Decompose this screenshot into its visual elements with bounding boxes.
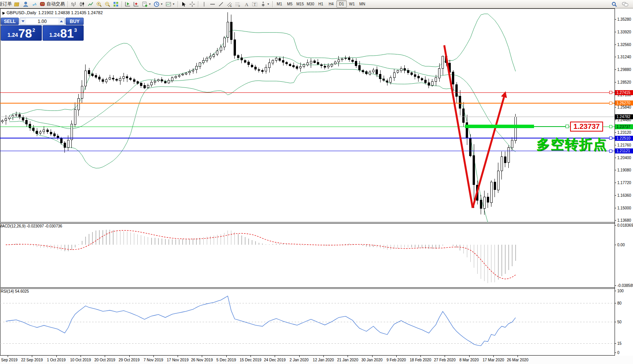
symbol-name: GBPUSD-,Daily [7, 10, 36, 15]
vertical-line-icon[interactable] [200, 0, 208, 8]
svg-text:A: A [245, 2, 249, 7]
horizontal-line-icon[interactable] [208, 0, 217, 8]
line-chart-icon[interactable] [86, 0, 95, 8]
channel-icon[interactable]: E [225, 0, 234, 8]
date-tick [81, 356, 81, 357]
indicator-window-icon[interactable] [124, 0, 132, 8]
price-tick-label: 1.20400 [617, 156, 631, 160]
price-tick-label: 1.16360 [617, 193, 631, 198]
date-tick [153, 356, 154, 357]
text-icon[interactable]: A [242, 0, 251, 8]
date-tick [251, 356, 251, 357]
volume-decrease-button[interactable] [20, 18, 26, 25]
macd-indicator-label: MACD(12,26,9) -0.023097 -0.030736 [0, 224, 62, 228]
timeframe-h4[interactable]: H4 [326, 0, 336, 8]
date-tick [445, 356, 445, 357]
signals-icon[interactable] [30, 0, 38, 8]
sell-price-pip: 2 [32, 27, 35, 33]
price-tick-label: 1.33920 [617, 30, 631, 34]
date-tick [129, 356, 130, 357]
buy-price-tile[interactable]: 1.24 81 3 [43, 25, 84, 41]
tile-windows-icon[interactable] [112, 0, 120, 8]
date-tick [275, 356, 275, 357]
buy-price-prefix: 1.24 [49, 32, 59, 38]
sell-price-big: 78 [18, 28, 32, 39]
svg-text:1.27415: 1.27415 [617, 91, 631, 95]
svg-text:F: F [239, 5, 240, 7]
timeframe-w1[interactable]: W1 [347, 0, 357, 8]
timeframe-m1[interactable]: M1 [274, 0, 285, 8]
volume-increase-button[interactable] [58, 18, 64, 25]
rsi-tick-label: 15 [617, 341, 622, 346]
zoom-out-icon[interactable] [103, 0, 112, 8]
price-tick-label: 1.31240 [617, 55, 631, 59]
buy-button[interactable]: BUY [66, 18, 84, 25]
toolbar-separator [198, 1, 198, 7]
price-tick-label: 1.17720 [617, 181, 631, 185]
svg-text:1.22510: 1.22510 [617, 136, 631, 140]
date-tick [105, 356, 105, 357]
buy-price-big: 81 [60, 28, 74, 39]
macd-axis: 0.0183690.00-0.038585 [615, 223, 633, 288]
search-icon[interactable] [610, 0, 618, 8]
bar-chart-icon[interactable] [69, 0, 78, 8]
new-order-button[interactable]: 新订单 [1, 0, 13, 8]
svg-text:T: T [254, 2, 256, 7]
timeframe-m30[interactable]: M30 [305, 0, 316, 8]
date-axis[interactable]: 2 Sep 201922 Sep 20191 Oct 201910 Oct 20… [0, 356, 633, 364]
rsi-tick-label: 80 [617, 301, 622, 305]
triangle-down-icon [21, 20, 25, 22]
date-tick [202, 356, 202, 357]
arrows-icon[interactable]: ▼ [259, 0, 271, 8]
date-tick [56, 356, 57, 357]
macd-tick-label: 0.018369 [617, 223, 633, 227]
timeframe-mn[interactable]: MN [357, 0, 368, 8]
rsi-axis: 1008050150 [615, 289, 624, 355]
pane-frame [0, 9, 615, 222]
one-click-trade-panel: SELL 1.00 BUY 1.24 78 2 1.24 81 3 [1, 18, 84, 41]
text-label-icon[interactable]: T [251, 0, 259, 8]
rsi-tick-label: 0 [617, 351, 620, 355]
level-price-badge: 1.23737 [615, 124, 633, 129]
price-tick-label: 1.28520 [617, 80, 631, 84]
price-tick-label: 1.29880 [617, 68, 631, 72]
chat-icon[interactable] [621, 0, 630, 8]
timeframe-m5[interactable]: M5 [285, 0, 295, 8]
cursor-icon[interactable] [180, 0, 188, 8]
volume-value[interactable]: 1.00 [26, 19, 58, 24]
timeframe-m15[interactable]: M15 [295, 0, 305, 8]
fibonacci-icon[interactable]: F [234, 0, 242, 8]
date-tick [226, 356, 227, 357]
timeframe-clock-dropdown[interactable]: ▼ [152, 0, 164, 8]
date-tick [372, 356, 373, 357]
template-dropdown[interactable]: ▼ [164, 0, 176, 8]
date-tick [323, 356, 324, 357]
date-tick [396, 356, 397, 357]
candlestick-icon[interactable] [78, 0, 86, 8]
auto-trading-button[interactable]: 自动交易 [38, 0, 66, 8]
volume-stepper[interactable]: 1.00 [20, 18, 65, 25]
price-tick-label: 1.23120 [617, 130, 631, 135]
timeframe-h1[interactable]: H1 [316, 0, 326, 8]
chart-canvas[interactable]: 1.352801.339201.325601.312401.298801.285… [0, 8, 633, 356]
timeframe-group: M1M5M15M30H1H4D1W1MN [274, 0, 368, 8]
sell-price-tile[interactable]: 1.24 78 2 [1, 25, 42, 41]
toolbar-separator [68, 1, 68, 7]
timeframe-d1[interactable]: D1 [336, 0, 347, 8]
zoom-in-icon[interactable] [95, 0, 103, 8]
current-price-badge: 1.24782 [615, 114, 633, 119]
turning-point-annotation: 多空转折点 [536, 135, 607, 153]
sell-button[interactable]: SELL [1, 18, 19, 25]
trendline-icon[interactable] [217, 0, 225, 8]
svg-text:E: E [230, 5, 232, 7]
crosshair-icon[interactable] [188, 0, 196, 8]
level-price-badge: 1.27415 [615, 90, 633, 95]
toolbar-separator [272, 1, 273, 7]
new-chart-dropdown[interactable]: ▼ [140, 0, 152, 8]
market-watch-icon[interactable] [13, 0, 21, 8]
period-scale-icon[interactable] [132, 0, 140, 8]
date-tick [493, 356, 494, 357]
date-tick [299, 356, 300, 357]
rsi-tick-label: 100 [617, 289, 624, 293]
profile-icon[interactable] [21, 0, 30, 8]
